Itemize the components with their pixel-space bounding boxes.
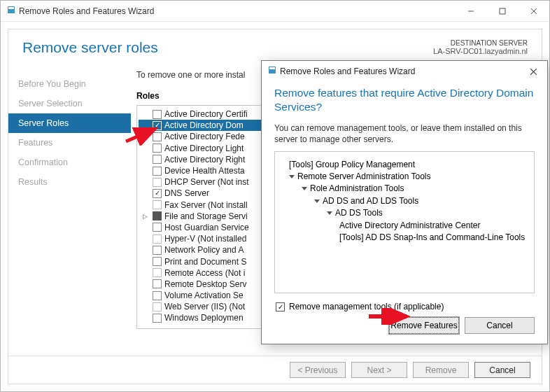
sidebar-item[interactable]: Features <box>8 133 131 153</box>
role-label: DNS Server <box>164 188 209 198</box>
svg-rect-8 <box>269 67 275 69</box>
checkbox-icon[interactable] <box>153 178 162 187</box>
next-button[interactable]: Next > <box>351 362 407 378</box>
role-label: Remote Desktop Serv <box>164 279 246 289</box>
remove-tools-checkbox[interactable]: ✓ Remove management tools (if applicable… <box>274 293 535 317</box>
expand-icon[interactable]: ▷ <box>143 213 150 220</box>
role-item[interactable]: DHCP Server (Not inst <box>139 176 271 188</box>
dialog-paragraph: You can remove management tools, or leav… <box>274 122 535 145</box>
role-label: Active Directory Fede <box>164 132 245 141</box>
role-label: Volume Activation Se <box>164 290 244 300</box>
role-item[interactable]: Device Health Attesta <box>139 165 271 176</box>
sidebar-item[interactable]: Before You Begin <box>8 74 131 94</box>
checkbox-icon[interactable] <box>153 257 162 266</box>
checkbox-icon[interactable] <box>153 144 162 153</box>
remove-features-dialog: Remove Roles and Features Wizard Remove … <box>261 60 548 344</box>
role-item[interactable]: Windows Deploymen <box>139 312 271 323</box>
role-item[interactable]: Print and Document S <box>139 255 271 267</box>
role-item[interactable]: Volume Activation Se <box>139 290 271 301</box>
checkbox-icon[interactable] <box>153 132 162 141</box>
role-item[interactable]: Network Policy and A <box>139 244 271 255</box>
role-item[interactable]: Active Directory Fede <box>139 131 271 142</box>
role-label: Web Server (IIS) (Not <box>164 302 245 312</box>
role-label: Fax Server (Not install <box>164 200 248 210</box>
checkbox-icon[interactable] <box>153 200 162 209</box>
sidebar-item[interactable]: Server Selection <box>8 94 131 113</box>
checkbox-icon[interactable] <box>153 268 162 277</box>
sidebar-item[interactable]: Server Roles <box>8 113 131 133</box>
checkbox-icon[interactable]: ✓ <box>153 121 162 130</box>
role-label: Active Directory Right <box>164 155 245 164</box>
tree-item[interactable]: [Tools] Group Policy Management <box>282 159 527 171</box>
role-item[interactable]: ✓Active Directory Dom <box>139 120 271 131</box>
title-bar: Remove Roles and Features Wizard <box>1 1 549 22</box>
roles-list[interactable]: Active Directory Certifi✓Active Director… <box>136 105 273 329</box>
role-label: DHCP Server (Not inst <box>164 177 248 187</box>
checkbox-icon[interactable]: ✓ <box>153 189 162 198</box>
features-tree[interactable]: [Tools] Group Policy ManagementRemote Se… <box>274 151 535 293</box>
role-label: Network Policy and A <box>164 245 244 255</box>
role-item[interactable]: Fax Server (Not install <box>139 200 271 211</box>
caret-down-icon <box>327 211 332 215</box>
checkbox-icon[interactable] <box>153 110 162 119</box>
tree-item[interactable]: Role Administration Tools <box>282 183 527 195</box>
sidebar-item[interactable]: Confirmation <box>8 153 131 172</box>
checkbox-icon[interactable] <box>153 223 162 232</box>
page-title: Remove server roles <box>22 39 158 56</box>
dialog-heading: Remove features that require Active Dire… <box>274 86 535 114</box>
role-item[interactable]: Web Server (IIS) (Not <box>139 301 271 312</box>
role-label: Active Directory Certifi <box>164 109 248 119</box>
checkbox-icon[interactable] <box>153 246 162 255</box>
checkbox-icon[interactable] <box>153 291 162 300</box>
tree-item[interactable]: Remote Server Administration Tools <box>282 171 527 183</box>
checkbox-icon[interactable] <box>153 279 162 288</box>
dialog-app-icon <box>267 65 277 78</box>
role-item[interactable]: Active Directory Light <box>139 143 271 154</box>
dialog-cancel-button[interactable]: Cancel <box>465 317 535 334</box>
cancel-button[interactable]: Cancel <box>474 362 530 378</box>
sidebar: Before You BeginServer SelectionServer R… <box>8 70 131 356</box>
role-label: Device Health Attesta <box>164 166 245 176</box>
remove-features-button[interactable]: Remove Features <box>389 317 459 334</box>
role-label: Remote Access (Not i <box>164 268 245 278</box>
dialog-close-button[interactable] <box>519 61 547 82</box>
dialog-title: Remove Roles and Features Wizard <box>280 66 415 76</box>
role-item[interactable]: Active Directory Right <box>139 154 271 165</box>
role-label: Host Guardian Service <box>164 223 249 232</box>
role-label: Active Directory Dom <box>164 120 244 130</box>
checkbox-icon[interactable] <box>153 302 162 312</box>
checkbox-icon: ✓ <box>276 302 285 312</box>
tree-item[interactable]: AD DS Tools <box>282 207 527 219</box>
sidebar-item[interactable]: Results <box>8 172 131 192</box>
role-item[interactable]: ▷File and Storage Servi <box>139 211 271 222</box>
role-label: Print and Document S <box>164 257 246 267</box>
role-item[interactable]: Remote Access (Not i <box>139 267 271 279</box>
role-item[interactable]: Active Directory Certifi <box>139 108 271 120</box>
remove-button[interactable]: Remove <box>413 362 469 378</box>
role-item[interactable]: Host Guardian Service <box>139 222 271 233</box>
checkbox-icon[interactable] <box>153 211 162 220</box>
tree-item[interactable]: AD DS and AD LDS Tools <box>282 195 527 207</box>
window-title: Remove Roles and Features Wizard <box>19 6 154 16</box>
checkbox-icon[interactable] <box>153 234 162 244</box>
dialog-title-bar: Remove Roles and Features Wizard <box>262 61 547 82</box>
role-item[interactable]: ✓DNS Server <box>139 188 271 199</box>
close-button[interactable] <box>518 1 549 21</box>
role-item[interactable]: Hyper-V (Not installed <box>139 233 271 244</box>
minimize-button[interactable] <box>455 1 486 21</box>
checkbox-icon[interactable] <box>153 155 162 164</box>
maximize-button[interactable] <box>486 1 518 21</box>
caret-down-icon <box>289 175 295 178</box>
role-label: Windows Deploymen <box>164 313 244 323</box>
destination-info: DESTINATION SERVER LA-SRV-DC01.lazyadmin… <box>433 39 528 56</box>
svg-rect-1 <box>8 7 14 9</box>
svg-rect-3 <box>500 8 505 14</box>
wizard-buttons: < Previous Next > Remove Cancel <box>8 356 542 384</box>
caret-down-icon <box>302 187 307 190</box>
tree-item[interactable]: [Tools] AD DS Snap-Ins and Command-Line … <box>282 232 527 244</box>
role-item[interactable]: Remote Desktop Serv <box>139 279 271 290</box>
tree-item[interactable]: Active Directory Administrative Center <box>282 220 527 232</box>
checkbox-icon[interactable] <box>153 314 162 323</box>
checkbox-icon[interactable] <box>153 167 162 176</box>
previous-button[interactable]: < Previous <box>290 362 346 378</box>
